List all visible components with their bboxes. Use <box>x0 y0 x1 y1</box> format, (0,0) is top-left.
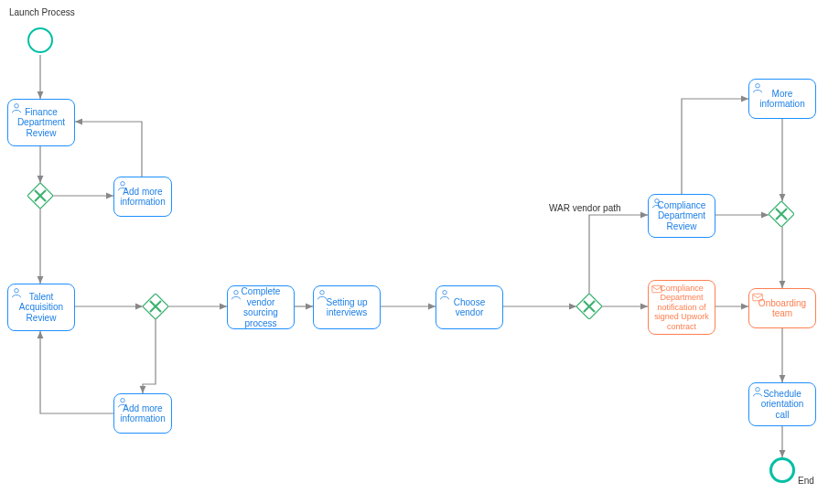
start-event[interactable] <box>27 27 53 53</box>
svg-rect-11 <box>652 285 662 293</box>
user-icon <box>651 198 662 209</box>
task-compliance-notify[interactable]: Compliance Department notification of si… <box>648 280 715 335</box>
svg-point-0 <box>15 104 19 109</box>
task-setting-interviews[interactable]: Setting up interviews <box>313 285 381 329</box>
user-icon <box>117 180 128 191</box>
task-compliance-review[interactable]: Compliance Department Review <box>648 194 715 238</box>
mail-icon <box>651 284 662 295</box>
task-add-info-finance[interactable]: Add more information <box>113 177 172 217</box>
mail-icon <box>752 292 763 303</box>
svg-point-7 <box>320 291 325 295</box>
task-onboarding-team[interactable]: Onboarding team <box>748 288 816 328</box>
gateway-finance[interactable] <box>27 183 53 209</box>
task-add-info-talent[interactable]: Add more information <box>113 393 172 434</box>
svg-rect-14 <box>753 294 763 301</box>
gateway-talent[interactable] <box>143 294 168 319</box>
start-label: Launch Process <box>9 7 75 17</box>
svg-point-8 <box>443 291 447 295</box>
end-event[interactable] <box>769 457 795 483</box>
end-label: End <box>798 476 814 486</box>
gateway-compliance[interactable] <box>769 201 794 227</box>
svg-point-15 <box>756 388 760 392</box>
task-choose-vendor[interactable]: Choose vendor <box>436 285 503 329</box>
gateway-vendor-path[interactable] <box>576 294 602 319</box>
svg-point-6 <box>234 291 239 295</box>
user-icon <box>117 397 128 408</box>
user-icon <box>317 289 328 300</box>
task-finance-review[interactable]: Finance Department Review <box>7 99 75 146</box>
svg-point-5 <box>121 399 125 403</box>
svg-point-3 <box>15 289 19 294</box>
svg-point-12 <box>756 84 760 89</box>
user-icon <box>231 289 242 300</box>
user-icon <box>11 102 22 113</box>
user-icon <box>11 287 22 298</box>
task-complete-sourcing[interactable]: Complete vendor sourcing process <box>227 285 295 329</box>
task-schedule-call[interactable]: Schedule orientation call <box>748 382 816 426</box>
edge-label-war-vendor: WAR vendor path <box>549 203 621 213</box>
user-icon <box>752 386 763 397</box>
svg-point-2 <box>121 182 125 187</box>
user-icon <box>439 289 450 300</box>
user-icon <box>752 82 763 93</box>
svg-point-10 <box>655 199 660 204</box>
task-talent-review[interactable]: Talent Acquisition Review <box>7 284 75 331</box>
task-more-info[interactable]: More information <box>748 79 816 119</box>
